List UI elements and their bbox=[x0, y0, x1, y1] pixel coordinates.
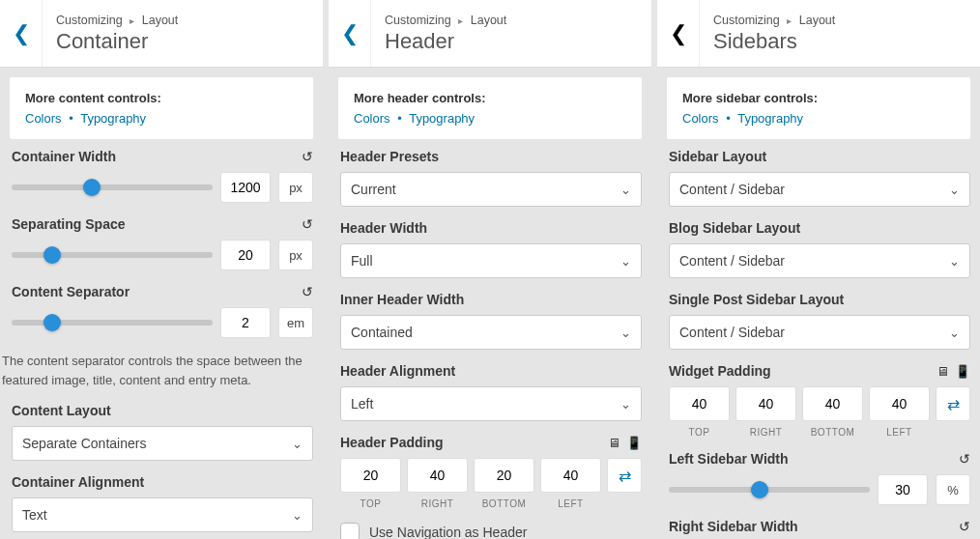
reset-icon[interactable]: ↺ bbox=[302, 149, 313, 164]
reset-icon[interactable]: ↺ bbox=[302, 284, 313, 299]
panel-header-header: ❮ Customizing ▸ Layout Header bbox=[329, 0, 651, 68]
header-alignment-select[interactable]: Left ⌄ bbox=[340, 386, 642, 421]
left-sidebar-width-slider[interactable] bbox=[669, 487, 870, 493]
link-values-button[interactable]: ⇄ bbox=[607, 458, 642, 493]
slider-thumb[interactable] bbox=[43, 246, 61, 264]
unit-box-px: px bbox=[278, 172, 313, 203]
content-separator-label: Content Separator bbox=[12, 284, 130, 299]
widget-padding-right-input[interactable] bbox=[735, 386, 796, 421]
chevron-down-icon: ⌄ bbox=[620, 397, 631, 411]
header-padding-right-input[interactable] bbox=[407, 458, 468, 493]
widget-padding-top-input[interactable] bbox=[669, 386, 730, 421]
breadcrumb: Customizing ▸ Layout bbox=[385, 14, 506, 27]
link-typography[interactable]: Typography bbox=[409, 111, 475, 126]
content-separator-input[interactable] bbox=[220, 307, 271, 338]
select-value: Current bbox=[351, 182, 396, 197]
back-button[interactable]: ❮ bbox=[329, 0, 371, 67]
unit-box-px: px bbox=[278, 240, 313, 270]
separating-space-input[interactable] bbox=[220, 240, 271, 270]
caret-icon: ▸ bbox=[130, 15, 134, 26]
back-button[interactable]: ❮ bbox=[0, 0, 43, 67]
breadcrumb-sub: Layout bbox=[142, 14, 179, 27]
info-title: More sidebar controls: bbox=[682, 91, 955, 105]
link-values-button[interactable]: ⇄ bbox=[936, 386, 970, 421]
chevron-left-icon: ❮ bbox=[341, 21, 359, 46]
padding-label-top: TOP bbox=[669, 427, 730, 438]
use-nav-checkbox[interactable] bbox=[340, 523, 360, 539]
widget-padding-bottom-input[interactable] bbox=[802, 386, 863, 421]
dot-separator: • bbox=[69, 111, 73, 126]
mobile-icon[interactable]: 📱 bbox=[955, 364, 970, 379]
panel-header-container: ❮ Customizing ▸ Layout Container bbox=[0, 0, 323, 68]
container-width-input[interactable] bbox=[220, 172, 271, 203]
select-value: Separate Containers bbox=[22, 436, 146, 451]
padding-label-bottom: BOTTOM bbox=[802, 427, 863, 438]
desktop-icon[interactable]: 🖥 bbox=[937, 364, 949, 379]
header-padding-label: Header Padding bbox=[340, 435, 444, 450]
slider-thumb[interactable] bbox=[43, 314, 61, 331]
chevron-down-icon: ⌄ bbox=[949, 326, 960, 340]
info-title: More content controls: bbox=[25, 91, 298, 105]
info-box-content: More content controls: Colors • Typograp… bbox=[10, 77, 313, 139]
single-post-sidebar-layout-select[interactable]: Content / Sidebar ⌄ bbox=[669, 315, 970, 350]
link-colors[interactable]: Colors bbox=[354, 111, 390, 126]
padding-label-left: LEFT bbox=[540, 498, 601, 509]
sidebar-layout-select[interactable]: Content / Sidebar ⌄ bbox=[669, 172, 970, 207]
back-button[interactable]: ❮ bbox=[657, 0, 700, 67]
left-sidebar-width-label: Left Sidebar Width bbox=[669, 451, 789, 467]
separating-space-label: Separating Space bbox=[12, 216, 126, 232]
container-width-slider[interactable] bbox=[12, 184, 213, 190]
select-value: Text bbox=[22, 507, 47, 523]
reset-icon[interactable]: ↺ bbox=[959, 451, 970, 467]
mobile-icon[interactable]: 📱 bbox=[626, 436, 642, 450]
single-post-sidebar-layout-label: Single Post Sidebar Layout bbox=[669, 292, 844, 307]
header-padding-top-input[interactable] bbox=[340, 458, 401, 493]
select-value: Content / Sidebar bbox=[679, 325, 785, 340]
header-presets-select[interactable]: Current ⌄ bbox=[340, 172, 642, 207]
desktop-icon[interactable]: 🖥 bbox=[608, 436, 620, 450]
reset-icon[interactable]: ↺ bbox=[302, 216, 313, 232]
separating-space-slider[interactable] bbox=[12, 252, 213, 258]
page-title: Sidebars bbox=[713, 29, 835, 54]
chevron-down-icon: ⌄ bbox=[620, 326, 631, 340]
content-separator-slider[interactable] bbox=[12, 320, 213, 326]
chevron-down-icon: ⌄ bbox=[292, 437, 303, 451]
header-presets-label: Header Presets bbox=[340, 149, 439, 164]
link-typography[interactable]: Typography bbox=[737, 111, 803, 126]
panel-header-sidebars: ❮ Customizing ▸ Layout Sidebars bbox=[657, 0, 980, 68]
breadcrumb-sub: Layout bbox=[471, 14, 507, 27]
padding-label-right: RIGHT bbox=[735, 427, 796, 438]
chevron-left-icon: ❮ bbox=[670, 21, 687, 46]
blog-sidebar-layout-select[interactable]: Content / Sidebar ⌄ bbox=[669, 243, 970, 278]
unit-box-percent: % bbox=[936, 474, 970, 505]
left-sidebar-width-input[interactable] bbox=[878, 474, 928, 505]
slider-thumb[interactable] bbox=[83, 179, 101, 196]
widget-padding-left-input[interactable] bbox=[869, 386, 930, 421]
page-title: Container bbox=[56, 29, 178, 54]
container-alignment-select[interactable]: Text ⌄ bbox=[12, 497, 313, 532]
link-colors[interactable]: Colors bbox=[25, 111, 62, 126]
help-text: The content separator controls the space… bbox=[2, 352, 323, 403]
widget-padding-label: Widget Padding bbox=[669, 363, 771, 379]
header-alignment-label: Header Alignment bbox=[340, 363, 455, 379]
info-box-sidebars: More sidebar controls: Colors • Typograp… bbox=[667, 77, 970, 139]
inner-header-width-select[interactable]: Contained ⌄ bbox=[340, 315, 642, 350]
breadcrumb-root: Customizing bbox=[56, 14, 123, 27]
link-colors[interactable]: Colors bbox=[682, 111, 719, 126]
content-layout-select[interactable]: Separate Containers ⌄ bbox=[12, 426, 313, 461]
chevron-down-icon: ⌄ bbox=[292, 508, 303, 523]
padding-label-top: TOP bbox=[340, 498, 401, 509]
breadcrumb-sub: Layout bbox=[799, 14, 836, 27]
link-typography[interactable]: Typography bbox=[80, 111, 146, 126]
padding-label-bottom: BOTTOM bbox=[474, 498, 534, 509]
reset-icon[interactable]: ↺ bbox=[959, 519, 970, 534]
header-padding-left-input[interactable] bbox=[540, 458, 601, 493]
chevron-left-icon: ❮ bbox=[13, 21, 30, 46]
breadcrumb: Customizing ▸ Layout bbox=[713, 14, 835, 27]
breadcrumb: Customizing ▸ Layout bbox=[56, 14, 178, 27]
slider-thumb[interactable] bbox=[751, 481, 768, 498]
header-width-select[interactable]: Full ⌄ bbox=[340, 243, 642, 278]
header-padding-bottom-input[interactable] bbox=[474, 458, 534, 493]
caret-icon: ▸ bbox=[787, 15, 792, 26]
unit-box-em: em bbox=[278, 307, 313, 338]
